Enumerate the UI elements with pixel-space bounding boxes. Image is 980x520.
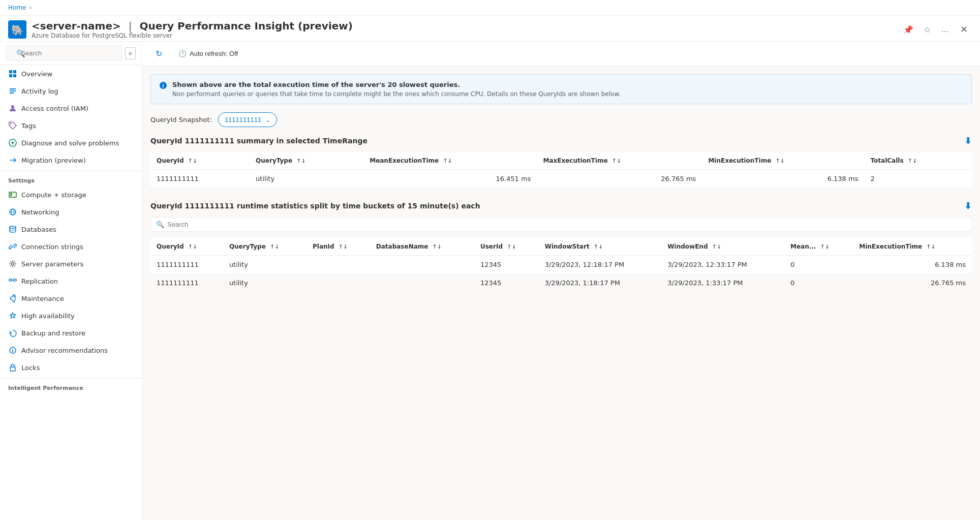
home-link[interactable]: Home	[8, 4, 26, 11]
pin-button[interactable]: 📌	[900, 23, 916, 37]
sidebar-item-locks[interactable]: Locks	[0, 359, 142, 376]
rt-col-database-name[interactable]: DatabaseName ↑↓	[370, 238, 474, 256]
download-runtime-icon[interactable]: ⬇	[964, 200, 972, 211]
compute-icon	[8, 190, 17, 199]
runtime-search: 🔍	[150, 217, 972, 232]
rt-col-window-start[interactable]: WindowStart ↑↓	[539, 238, 662, 256]
rt-cell-window-start: 3/29/2023, 1:18:17 PM	[539, 274, 662, 292]
col-max-execution[interactable]: MaxExecutionTime ↑↓	[537, 152, 702, 170]
auto-refresh-label: Auto refresh: Off	[190, 50, 238, 57]
breadcrumb: Home ›	[0, 0, 980, 16]
info-banner-bold: Shown above are the total execution time…	[172, 81, 621, 88]
rt-col-mean[interactable]: Mean... ↑↓	[784, 238, 853, 256]
runtime-search-icon: 🔍	[156, 221, 164, 228]
collapse-sidebar-button[interactable]: «	[125, 47, 136, 59]
search-icon: 🔍	[16, 49, 25, 57]
cell-max-execution: 26.765 ms	[537, 170, 702, 188]
col-query-id[interactable]: QueryId ↑↓	[150, 152, 250, 170]
rt-cell-user-id: 12345	[474, 256, 539, 274]
sidebar-item-label: Activity log	[21, 87, 58, 95]
sidebar-item-overview[interactable]: Overview	[0, 65, 142, 82]
col-query-type[interactable]: QueryType ↑↓	[250, 152, 363, 170]
sidebar-item-advisor[interactable]: i Advisor recommendations	[0, 342, 142, 359]
rt-col-min-execution[interactable]: MinExecutionTime ↑↓	[853, 238, 972, 256]
close-button[interactable]: ✕	[956, 22, 972, 37]
rt-col-query-type[interactable]: QueryType ↑↓	[223, 238, 307, 256]
svg-point-9	[11, 105, 14, 108]
svg-rect-7	[10, 90, 16, 91]
sidebar-item-compute[interactable]: Compute + storage	[0, 186, 142, 203]
sidebar-item-tags[interactable]: Tags	[0, 117, 142, 134]
rt-col-user-id[interactable]: UserId ↑↓	[474, 238, 539, 256]
sidebar-item-server-parameters[interactable]: Server parameters	[0, 255, 142, 272]
sidebar-item-label: Diagnose and solve problems	[21, 139, 119, 147]
snapshot-dropdown[interactable]: 1111111111 ⌄	[218, 112, 277, 127]
svg-rect-8	[10, 93, 14, 94]
rt-col-plan-id[interactable]: PlanId ↑↓	[307, 238, 370, 256]
header-title-block: <server-name> | Query Performance Insigh…	[32, 20, 900, 39]
sidebar-item-connection-strings[interactable]: Connection strings	[0, 238, 142, 255]
sidebar-item-databases[interactable]: Databases	[0, 221, 142, 238]
favorite-button[interactable]: ☆	[921, 23, 934, 37]
sidebar-item-networking[interactable]: Networking	[0, 203, 142, 221]
sidebar-item-label: Backup and restore	[21, 329, 85, 337]
replication-icon	[8, 277, 17, 286]
download-icon[interactable]: ⬇	[964, 135, 972, 146]
tags-icon	[8, 121, 17, 130]
databases-icon	[8, 225, 17, 234]
col-mean-execution[interactable]: MeanExecutionTime ↑↓	[363, 152, 537, 170]
rt-cell-query-type: utility	[223, 256, 307, 274]
content-area: ↻ 🕐 Auto refresh: Off i Shown above are …	[142, 42, 980, 520]
content-toolbar: ↻ 🕐 Auto refresh: Off	[142, 42, 980, 66]
svg-rect-2	[9, 70, 12, 73]
overview-icon	[8, 69, 17, 78]
svg-line-17	[12, 246, 14, 248]
diagnose-icon	[8, 138, 17, 147]
rt-col-query-id[interactable]: QueryId ↑↓	[150, 238, 223, 256]
rt-cell-plan-id	[307, 274, 370, 292]
settings-section-header: Settings	[0, 171, 142, 186]
col-total-calls[interactable]: TotalCalls ↑↓	[864, 152, 972, 170]
rt-col-window-end[interactable]: WindowEnd ↑↓	[661, 238, 784, 256]
runtime-table: QueryId ↑↓ QueryType ↑↓ PlanId ↑↓ Databa…	[150, 238, 972, 292]
sidebar-item-replication[interactable]: Replication	[0, 272, 142, 290]
auto-refresh-button[interactable]: 🕐 Auto refresh: Off	[173, 47, 243, 60]
sidebar-item-activity-log[interactable]: Activity log	[0, 82, 142, 100]
sidebar-item-migration[interactable]: Migration (preview)	[0, 151, 142, 169]
sidebar-item-label: Maintenance	[21, 295, 64, 302]
advisor-icon: i	[8, 346, 17, 355]
rt-cell-window-end: 3/29/2023, 1:33:17 PM	[661, 274, 784, 292]
sidebar-item-label: Databases	[21, 226, 56, 233]
server-icon-container: 🐘	[8, 20, 26, 39]
svg-rect-19	[9, 279, 12, 281]
cell-mean-execution: 16.451 ms	[363, 170, 537, 188]
sidebar-item-label: Tags	[21, 122, 36, 130]
col-min-execution[interactable]: MinExecutionTime ↑↓	[702, 152, 864, 170]
runtime-search-input[interactable]	[167, 221, 966, 228]
page-subtitle: Azure Database for PostgreSQL flexible s…	[32, 32, 900, 39]
sidebar-item-maintenance[interactable]: Maintenance	[0, 290, 142, 307]
info-banner: i Shown above are the total execution ti…	[150, 74, 972, 104]
sidebar-item-diagnose[interactable]: Diagnose and solve problems	[0, 134, 142, 151]
sidebar-item-backup[interactable]: Backup and restore	[0, 324, 142, 342]
svg-rect-4	[9, 74, 12, 77]
refresh-button[interactable]: ↻	[150, 46, 167, 62]
sidebar-item-high-availability[interactable]: High availability	[0, 307, 142, 324]
svg-rect-3	[13, 70, 16, 73]
svg-text:🐘: 🐘	[11, 24, 24, 36]
cell-total-calls: 2	[864, 170, 972, 188]
svg-point-18	[12, 263, 14, 265]
snapshot-value: 1111111111	[225, 116, 261, 124]
cell-query-id: 1111111111	[150, 170, 250, 188]
rt-cell-user-id: 12345	[474, 274, 539, 292]
runtime-table-row: 1111111111 utility 12345 3/29/2023, 12:1…	[150, 256, 972, 274]
snapshot-row: QueryId Snapshot: 1111111111 ⌄	[150, 112, 972, 127]
runtime-section-title: QueryId 1111111111 runtime statistics sp…	[150, 200, 972, 211]
activity-log-icon	[8, 86, 17, 96]
sidebar-item-access-control[interactable]: Access control (IAM)	[0, 100, 142, 117]
summary-table-body: 1111111111 utility 16.451 ms 26.765 ms 6…	[150, 170, 972, 188]
more-button[interactable]: …	[938, 23, 952, 36]
sidebar-search-container: 🔍 «	[0, 42, 142, 65]
svg-text:i: i	[162, 83, 164, 88]
postgres-icon: 🐘	[8, 20, 26, 39]
